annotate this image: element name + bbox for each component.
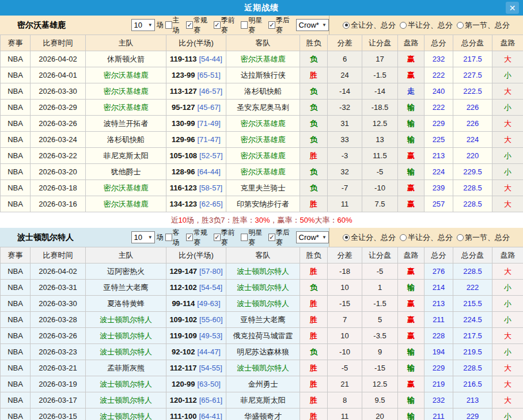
half-score: [45-67]	[198, 103, 221, 112]
home-team-cell: 波士顿凯尔特人	[86, 328, 166, 344]
handicap-cell: 12.5	[362, 376, 398, 392]
away-team-cell: 密尔沃基雄鹿	[226, 51, 300, 67]
radio-option[interactable]: 半让分、总分	[400, 232, 453, 243]
over-under-cell: 小	[492, 312, 523, 328]
odds-type-select[interactable]: Crow* ▼	[296, 231, 329, 243]
total-line-cell: 215.5	[453, 296, 492, 312]
home-team-cell: 密尔沃基雄鹿	[86, 67, 166, 83]
checkbox-checked-icon[interactable]: ✓	[186, 21, 193, 29]
checkbox-checked-icon[interactable]: ✓	[214, 21, 221, 29]
checkbox-unchecked-icon[interactable]	[165, 21, 172, 29]
checkbox-group: 客场✓常规赛✓季前赛明星赛✓季后赛	[164, 228, 295, 247]
score-cell: 105-108[52-57]	[166, 148, 226, 164]
score-cell: 129-147[57-80]	[166, 264, 226, 280]
diff-cell: 10	[328, 280, 362, 296]
total-line-cell: 228.5	[453, 180, 492, 196]
game-row: NBA2026-03-20犹他爵士128-96[64-44]密尔沃基雄鹿负32-…	[1, 164, 523, 180]
column-header: 客队	[226, 247, 300, 264]
away-team-cell: 波士顿凯尔特人	[226, 280, 300, 296]
checkbox-checked-icon[interactable]: ✓	[186, 234, 193, 241]
column-header: 盘路	[492, 35, 523, 51]
final-score: 116-123	[170, 184, 197, 192]
summary-segment: 60%	[337, 216, 352, 224]
handicap-result-cell: 输	[398, 360, 425, 376]
column-header: 胜负	[300, 35, 328, 51]
handicap-cell: 9	[362, 344, 398, 360]
radio-option[interactable]: 全让分、总分	[343, 232, 396, 243]
odds-type-select[interactable]: Crow* ▼	[296, 19, 329, 31]
home-team-cell: 亚特兰大老鹰	[86, 280, 166, 296]
radio-option[interactable]: 全让分、总分	[343, 20, 396, 30]
game-row: NBA2026-03-15波士顿凯尔特人111-100[64-41]华盛顿奇才胜…	[1, 408, 523, 420]
diff-cell: -14	[328, 83, 362, 100]
column-header: 总分盘	[453, 247, 492, 264]
total-line-cell: 219.5	[453, 344, 492, 360]
over-under-cell: 大	[492, 376, 523, 392]
diff-cell: 11	[328, 196, 362, 212]
total-line-cell: 222.5	[453, 83, 492, 100]
total-line-cell: 224	[453, 132, 492, 148]
game-row: NBA2026-03-23波士顿凯尔特人92-102[44-47]明尼苏达森林狼…	[1, 344, 523, 360]
games-count-select[interactable]: 10 ▼	[131, 231, 155, 243]
home-team-cell: 波士顿凯尔特人	[86, 408, 166, 420]
handicap-result-cell: 赢	[398, 312, 425, 328]
league-cell: NBA	[1, 296, 31, 312]
handicap-result-cell: 输	[398, 392, 425, 408]
checkbox-unchecked-icon[interactable]	[165, 234, 172, 241]
over-under-cell: 大	[492, 116, 523, 132]
total-cell: 224	[425, 164, 453, 180]
filter-bar: 密尔沃基雄鹿 10 ▼ 场 主场✓常规赛✓季前赛明星赛✓季后赛 Crow* ▼ …	[0, 16, 523, 35]
checkbox-label: 明星赛	[248, 228, 267, 247]
games-count-select[interactable]: 10 ▼	[131, 19, 155, 31]
diff-cell: 33	[328, 132, 362, 148]
recent-results-window: 近期战绩 ✕ 密尔沃基雄鹿 10 ▼ 场 主场✓常规赛✓季前赛明星赛✓季后赛 C…	[0, 0, 523, 420]
game-row: NBA2026-03-18密尔沃基雄鹿116-123[58-57]克里夫兰骑士负…	[1, 180, 523, 196]
final-score: 95-127	[172, 103, 195, 112]
result-cell: 胜	[300, 376, 328, 392]
diff-cell: -7	[328, 180, 362, 196]
home-team-cell: 波士顿凯尔特人	[86, 344, 166, 360]
team-name: 密尔沃基雄鹿	[17, 20, 131, 30]
checkbox-checked-icon[interactable]: ✓	[268, 21, 275, 29]
home-team-cell: 波士顿凯尔特人	[86, 312, 166, 328]
diff-cell: -15	[328, 296, 362, 312]
over-under-cell: 小	[492, 280, 523, 296]
radio-option[interactable]: 第一节、总分	[457, 232, 510, 243]
close-button[interactable]: ✕	[506, 2, 519, 14]
diff-cell: 24	[328, 67, 362, 83]
checkbox-label: 季前赛	[221, 228, 240, 247]
radio-option[interactable]: 半让分、总分	[400, 20, 453, 30]
home-team-cell: 菲尼克斯太阳	[86, 148, 166, 164]
league-cell: NBA	[1, 67, 31, 83]
score-cell: 92-102[44-47]	[166, 344, 226, 360]
score-cell: 113-127[46-57]	[166, 83, 226, 100]
diff-cell: 32	[328, 164, 362, 180]
handicap-cell: -10	[362, 180, 398, 196]
checkbox-checked-icon[interactable]: ✓	[268, 234, 275, 241]
handicap-cell: -3.5	[362, 328, 398, 344]
radio-unselected-icon	[457, 22, 464, 29]
handicap-result-cell: 赢	[398, 296, 425, 312]
score-cell: 119-109[49-53]	[166, 328, 226, 344]
diff-cell: 11	[328, 408, 362, 420]
radio-group: 全让分、总分半让分、总分第一节、总分	[329, 16, 523, 35]
header-row: 赛事比赛时间主队比分(半场)客队胜负分差让分盘盘路总分总分盘盘路	[1, 35, 523, 51]
checkbox-checked-icon[interactable]: ✓	[214, 234, 221, 241]
checkbox-unchecked-icon[interactable]	[241, 234, 248, 241]
checkbox-label: 明星赛	[248, 16, 267, 35]
result-cell: 胜	[300, 196, 328, 212]
chevron-down-icon: ▼	[148, 235, 153, 240]
half-score: [62-65]	[199, 200, 222, 208]
score-cell: 119-113[54-44]	[166, 51, 226, 67]
result-cell: 胜	[300, 360, 328, 376]
total-cell: 222	[425, 67, 453, 83]
checkbox-unchecked-icon[interactable]	[241, 21, 248, 29]
game-row: NBA2026-04-02休斯顿火箭119-113[54-44]密尔沃基雄鹿负6…	[1, 51, 523, 67]
checkbox-group: 主场✓常规赛✓季前赛明星赛✓季后赛	[164, 16, 295, 35]
home-team-cell: 休斯顿火箭	[86, 51, 166, 67]
radio-option[interactable]: 第一节、总分	[457, 20, 510, 30]
final-score: 130-99	[172, 119, 195, 128]
away-team-cell: 克里夫兰骑士	[226, 180, 300, 196]
column-header: 比分(半场)	[166, 35, 226, 51]
handicap-cell: -14	[362, 83, 398, 100]
